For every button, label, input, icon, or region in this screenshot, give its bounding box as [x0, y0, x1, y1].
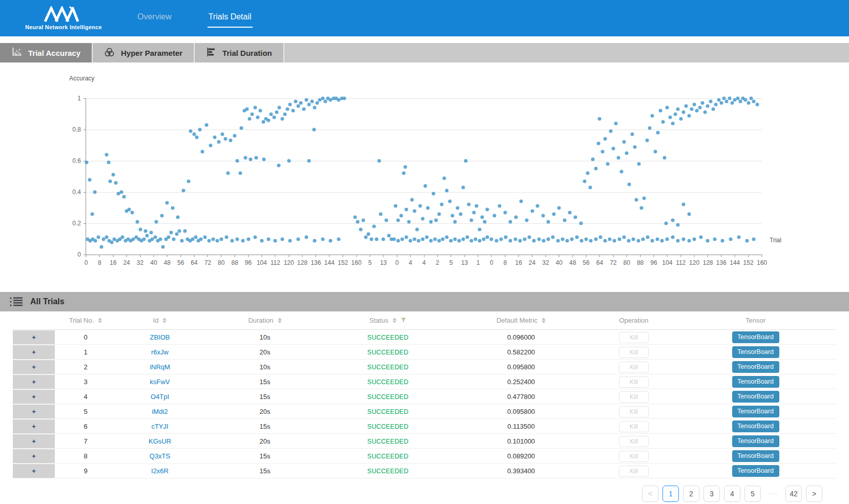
scatter-point	[656, 131, 659, 135]
expand-row-button[interactable]: +	[13, 405, 55, 418]
kill-button[interactable]: Kill	[619, 436, 649, 447]
scatter-point	[172, 237, 176, 241]
expand-row-button[interactable]: +	[13, 390, 55, 404]
kill-button[interactable]: Kill	[619, 362, 649, 373]
scatter-point	[706, 104, 710, 108]
column-header-tensor[interactable]: Tensor	[675, 317, 836, 324]
tensorboard-button[interactable]: TensorBoard	[732, 331, 779, 343]
column-header-trial-no-[interactable]: Trial No.	[55, 317, 116, 324]
page-button-1[interactable]: 1	[662, 486, 679, 502]
x-tick-mark	[505, 255, 505, 257]
expand-row-button[interactable]: +	[13, 419, 55, 433]
column-header-default-metric[interactable]: Default Metric	[449, 317, 593, 324]
tensorboard-button[interactable]: TensorBoard	[732, 391, 779, 403]
next-page-button[interactable]: >	[806, 486, 822, 502]
tensorboard-button[interactable]: TensorBoard	[732, 406, 779, 417]
kill-button[interactable]: Kill	[619, 376, 649, 388]
scatter-point	[240, 126, 243, 130]
scatter-point	[96, 236, 100, 239]
kill-button[interactable]: Kill	[619, 391, 649, 403]
tab-trial-accuracy[interactable]: Trial Accuracy	[0, 43, 93, 62]
expand-row-button[interactable]: +	[13, 375, 55, 389]
expand-row-button[interactable]: +	[13, 345, 55, 359]
expand-row-button[interactable]: +	[13, 464, 55, 478]
kill-button[interactable]: Kill	[619, 406, 649, 417]
expand-row-button[interactable]: +	[13, 360, 55, 374]
x-tick-label: 80	[218, 259, 224, 266]
tensorboard-button[interactable]: TensorBoard	[732, 376, 779, 388]
column-label: Operation	[619, 317, 648, 324]
tensorboard-button[interactable]: TensorBoard	[732, 361, 779, 373]
x-tick-label: 104	[662, 259, 672, 266]
prev-page-button[interactable]: <	[642, 486, 658, 502]
x-tick-mark	[680, 255, 681, 257]
scatter-point	[627, 239, 631, 242]
x-tick-mark	[180, 255, 181, 257]
tensorboard-button[interactable]: TensorBoard	[732, 346, 779, 358]
scatter-point	[674, 112, 677, 116]
tensorboard-button[interactable]: TensorBoard	[732, 435, 779, 447]
scatter-point	[278, 106, 281, 110]
scatter-point	[483, 220, 487, 223]
scatter-point	[703, 111, 707, 114]
scatter-point	[246, 237, 250, 241]
column-header-id[interactable]: Id	[116, 317, 203, 324]
filter-icon[interactable]	[401, 317, 406, 324]
expand-row-button[interactable]: +	[13, 330, 55, 344]
page-button-4[interactable]: 4	[724, 486, 740, 502]
kill-button[interactable]: Kill	[619, 466, 649, 477]
trial-no-cell: 8	[55, 452, 116, 460]
x-tick-label: 5	[449, 259, 453, 266]
tensorboard-button[interactable]: TensorBoard	[732, 450, 779, 462]
sort-icon[interactable]	[278, 318, 282, 323]
expand-row-button[interactable]: +	[13, 434, 55, 448]
page-button-42[interactable]: 42	[785, 486, 802, 502]
x-tick-mark	[613, 255, 613, 257]
scatter-point	[187, 179, 191, 183]
duration-cell: 15s	[203, 452, 326, 460]
duration-cell: 15s	[203, 393, 326, 401]
kill-button[interactable]: Kill	[619, 347, 649, 358]
kill-button[interactable]: Kill	[619, 332, 649, 343]
tab-trial-duration[interactable]: Trial Duration	[195, 43, 284, 62]
scatter-point	[225, 236, 229, 239]
duration-cell: 20s	[203, 348, 326, 356]
status-badge: SUCCEEDED	[326, 334, 449, 341]
kill-button[interactable]: Kill	[619, 421, 649, 432]
scatter-point	[676, 239, 680, 242]
tensorboard-button[interactable]: TensorBoard	[732, 465, 779, 477]
scatter-point	[671, 236, 674, 239]
page-button-5[interactable]: 5	[744, 486, 761, 502]
tensorboard-button[interactable]: TensorBoard	[732, 421, 779, 432]
scatter-point	[431, 192, 435, 196]
x-tick-mark	[627, 255, 627, 257]
x-tick-label: 72	[204, 259, 211, 266]
column-header-status[interactable]: Status	[326, 317, 449, 324]
sort-icon[interactable]	[392, 318, 397, 323]
scatter-point	[337, 237, 341, 241]
sort-icon[interactable]	[98, 318, 102, 323]
column-header-duration[interactable]: Duration	[203, 317, 326, 324]
scatter-point	[583, 179, 587, 183]
page-button-3[interactable]: 3	[703, 486, 720, 502]
tensor-cell: TensorBoard	[675, 435, 836, 447]
column-header-operation[interactable]: Operation	[593, 317, 675, 324]
scatter-point	[645, 139, 649, 142]
scatter-point	[603, 137, 607, 141]
scatter-point	[369, 237, 373, 241]
nav-tab-overview[interactable]: Overview	[136, 9, 173, 28]
scatter-point	[643, 197, 646, 200]
scatter-icon	[11, 47, 22, 58]
scatter-point	[469, 218, 473, 222]
expand-row-button[interactable]: +	[13, 449, 55, 463]
kill-button[interactable]: Kill	[619, 451, 649, 462]
page-ellipsis: ···	[765, 486, 781, 502]
scatter-point	[93, 191, 97, 194]
sort-icon[interactable]	[542, 318, 546, 323]
tab-hyper-parameter[interactable]: Hyper Parameter	[93, 43, 195, 62]
sort-icon[interactable]	[162, 318, 167, 323]
tensor-cell: TensorBoard	[675, 421, 836, 432]
nav-tab-trials-detail[interactable]: Trials Detail	[208, 9, 253, 28]
status-badge: SUCCEEDED	[326, 468, 449, 475]
page-button-2[interactable]: 2	[683, 486, 699, 502]
